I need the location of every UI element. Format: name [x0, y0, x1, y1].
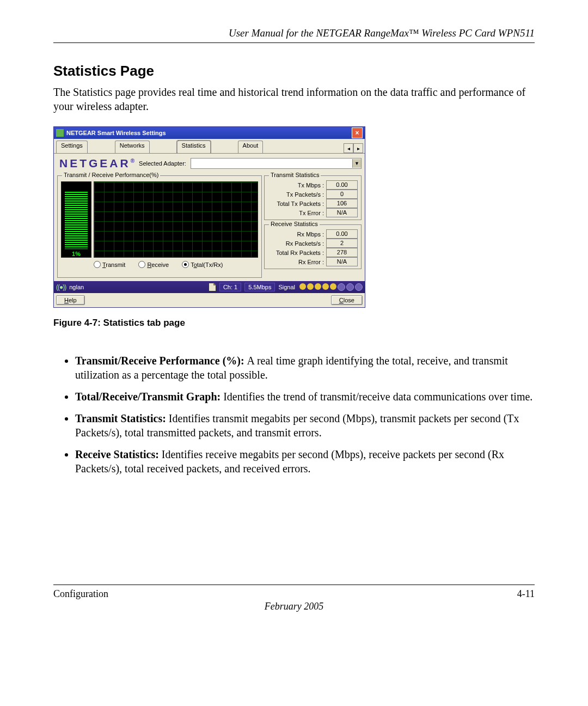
chevron-down-icon: ▼	[352, 159, 361, 168]
tab-about[interactable]: About	[238, 141, 264, 153]
bullet-list: Transmit/Receive Performance (%): A real…	[53, 354, 535, 476]
app-icon	[56, 129, 64, 137]
close-button[interactable]: Close	[331, 295, 363, 305]
radio-receive[interactable]: Receive	[138, 261, 169, 268]
list-item: Transmit Statistics: Identifies transmit…	[75, 411, 535, 440]
tx-total-value: 106	[326, 199, 358, 208]
signal-dot	[322, 283, 329, 290]
tab-networks[interactable]: Networks	[115, 141, 150, 153]
section-title: Statistics Page	[53, 63, 535, 80]
signal-dot	[355, 283, 363, 291]
intro-text: The Statistics page provides real time a…	[53, 85, 535, 113]
signal-dot	[330, 283, 336, 290]
gauge-value: 1%	[62, 251, 91, 257]
rx-pks-value: 2	[326, 239, 358, 248]
rx-err-label: Rx Error :	[268, 259, 326, 265]
brand-logo: NETGEAR®	[59, 157, 134, 170]
performance-chart	[94, 181, 258, 258]
tx-mbps-label: Tx Mbps :	[268, 182, 326, 188]
page-footer: Configuration 4-11	[53, 585, 535, 600]
footer-date: February 2005	[53, 601, 535, 612]
tab-row: Settings Networks Statistics About ◂ ▸	[54, 139, 365, 154]
signal-dot	[338, 283, 345, 291]
signal-dot	[346, 283, 354, 291]
signal-dot	[299, 283, 306, 290]
tx-pks-value: 0	[326, 190, 358, 199]
performance-gauge: 1%	[61, 181, 91, 258]
rx-mbps-value: 0.00	[326, 229, 358, 239]
radio-total[interactable]: Total(Tx/Rx)	[182, 261, 223, 268]
antenna-icon: ((●))	[56, 283, 66, 291]
figure-caption: Figure 4-7: Statistics tab page	[53, 318, 535, 328]
gauge-fill	[65, 191, 88, 248]
performance-group: Transmit / Receive Performance(%) 1% Tra…	[57, 175, 262, 278]
status-network: nglan	[69, 284, 84, 290]
status-signal-label: Signal	[278, 284, 295, 290]
tx-mbps-value: 0.00	[326, 180, 358, 190]
tab-scroll-right-icon[interactable]: ▸	[353, 143, 363, 153]
rx-pks-label: Rx Packets/s :	[268, 240, 326, 247]
tab-settings[interactable]: Settings	[56, 141, 88, 153]
transmit-stats-group: Transmit Statistics Tx Mbps :0.00 Tx Pac…	[264, 175, 362, 220]
list-item: Transmit/Receive Performance (%): A real…	[75, 354, 535, 382]
list-item: Total/Receive/Transmit Graph: Identifies…	[75, 389, 535, 404]
profile-icon[interactable]	[209, 283, 216, 291]
signal-dot	[307, 283, 314, 290]
manual-header: User Manual for the NETGEAR RangeMax™ Wi…	[53, 27, 535, 43]
radio-transmit[interactable]: Transmit	[94, 261, 125, 268]
performance-legend: Transmit / Receive Performance(%)	[62, 172, 160, 178]
footer-left: Configuration	[53, 588, 108, 600]
tab-scroll-left-icon[interactable]: ◂	[344, 143, 353, 153]
status-channel: Ch: 1	[219, 283, 241, 291]
tx-legend: Transmit Statistics	[269, 172, 321, 178]
tx-err-label: Tx Error :	[268, 210, 326, 216]
signal-dot	[315, 283, 321, 290]
tx-err-value: N/A	[326, 208, 358, 217]
tx-pks-label: Tx Packets/s :	[268, 191, 326, 198]
rx-mbps-label: Rx Mbps :	[268, 231, 326, 238]
signal-indicator	[299, 283, 363, 291]
receive-stats-group: Receive Statistics Rx Mbps :0.00 Rx Pack…	[264, 224, 362, 269]
app-window: NETGEAR Smart Wireless Settings × Settin…	[53, 126, 365, 308]
rx-total-label: Total Rx Packets :	[268, 249, 326, 256]
tab-scroll: ◂ ▸	[344, 143, 365, 153]
rx-err-value: N/A	[326, 257, 358, 266]
footer-right: 4-11	[517, 588, 535, 600]
rx-total-value: 278	[326, 248, 358, 257]
status-speed: 5.5Mbps	[244, 283, 275, 291]
window-title: NETGEAR Smart Wireless Settings	[66, 130, 166, 136]
tx-total-label: Total Tx Packets :	[268, 200, 326, 207]
help-button[interactable]: Help	[56, 295, 85, 305]
close-icon[interactable]: ×	[352, 127, 363, 138]
rx-legend: Receive Statistics	[269, 221, 320, 227]
tab-statistics[interactable]: Statistics	[177, 141, 211, 153]
status-bar: ((●)) nglan Ch: 1 5.5Mbps Signal	[54, 281, 365, 293]
list-item: Receive Statistics: Identifies receive m…	[75, 447, 535, 476]
selected-adapter-label: Selected Adapter:	[139, 160, 186, 167]
titlebar: NETGEAR Smart Wireless Settings ×	[54, 127, 365, 139]
selected-adapter-dropdown[interactable]: ▼	[191, 158, 362, 169]
